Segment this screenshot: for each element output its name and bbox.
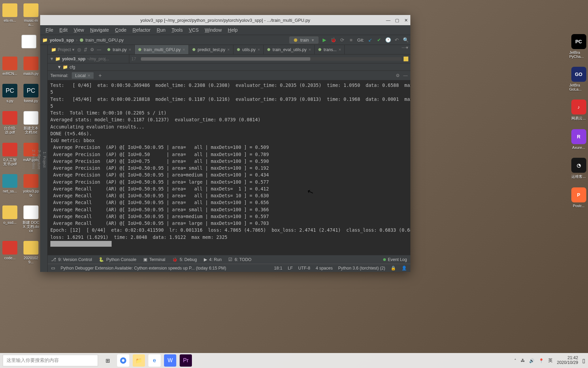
project-child[interactable]: cfg: [69, 65, 75, 70]
interpreter[interactable]: Python 3.6 (torchtest) (2): [338, 266, 385, 271]
tool-version-control[interactable]: ⎇9: Version Control: [51, 257, 92, 262]
tree-expand-icon[interactable]: ▼: [50, 57, 54, 61]
run-icon[interactable]: ▶: [322, 37, 327, 43]
location-icon[interactable]: 📍: [539, 358, 544, 363]
menu-view[interactable]: View: [72, 27, 86, 33]
menu-edit[interactable]: Edit: [58, 27, 70, 33]
gutter-1-project[interactable]: 1: Project: [42, 47, 47, 272]
desktop-icon-pycharm[interactable]: PCs.py: [1, 84, 18, 103]
close-icon[interactable]: ×: [88, 73, 91, 78]
desktop-icon-doc[interactable]: [20, 35, 37, 48]
inspector-icon[interactable]: 👤: [402, 265, 407, 271]
project-label[interactable]: 📁 Project ▾: [51, 47, 75, 52]
volume-icon[interactable]: 🔊: [529, 358, 535, 363]
network-icon[interactable]: 🖧: [521, 358, 525, 363]
close-icon[interactable]: ×: [339, 47, 341, 52]
desktop-right-icon[interactable]: PCJetBra PyCha...: [569, 34, 588, 59]
menu-run[interactable]: Run: [155, 27, 168, 33]
premiere-icon[interactable]: Pr: [180, 354, 192, 367]
desktop-icon-erRCN[interactable]: erRCN...: [1, 57, 18, 76]
tree-expand-icon[interactable]: ▼: [57, 65, 61, 70]
menu-window[interactable]: Window: [203, 27, 224, 33]
minimize-icon[interactable]: —: [386, 18, 391, 22]
tab-utils-py[interactable]: ⬣utils.py×: [233, 45, 264, 54]
desktop-icon-ai-book[interactable]: 0人工智支书.pdf: [1, 143, 18, 166]
search-input[interactable]: 这里输入你要搜索的内容: [3, 355, 98, 366]
close-icon[interactable]: ×: [129, 47, 131, 52]
search-icon[interactable]: 🔍: [403, 37, 408, 43]
locate-icon[interactable]: ◎: [77, 47, 81, 52]
hide-icon[interactable]: —: [97, 47, 101, 52]
gutter-7-structure[interactable]: 7: Structure: [36, 47, 42, 272]
git-pull-icon[interactable]: ↙: [368, 37, 373, 43]
desktop-right-icon[interactable]: PPostr...: [571, 187, 586, 208]
add-terminal-icon[interactable]: +: [97, 73, 103, 79]
debug-icon[interactable]: 🐞: [331, 37, 336, 43]
run-config-dropdown[interactable]: ⬣ train ▾: [289, 36, 318, 44]
close-icon[interactable]: ×: [258, 47, 260, 52]
system-tray[interactable]: ˄ 🖧 🔊 📍 英 21:42 2020/10/29 ▯: [514, 356, 585, 365]
clock[interactable]: 21:42 2020/10/29: [557, 356, 578, 365]
warning-indicator[interactable]: [404, 57, 408, 61]
desktop-right-icon[interactable]: ♪网易云...: [571, 99, 586, 121]
titlebar[interactable]: yolov3_spp [~/my_project/python_pro/cnn/…: [40, 15, 410, 25]
tray-chevron-icon[interactable]: ˄: [514, 358, 517, 363]
menu-tools[interactable]: Tools: [169, 27, 185, 33]
desktop-icon-platform-intro[interactable]: 台介绍-达.pdf: [1, 111, 18, 134]
menu-refactor[interactable]: Refactor: [131, 27, 153, 33]
caret-position[interactable]: 18:1: [274, 266, 282, 271]
maximize-icon[interactable]: ▢: [395, 18, 399, 22]
tool-debug[interactable]: 🐞5: Debug: [172, 257, 197, 262]
tool-todo[interactable]: ☑6: TODO: [228, 257, 251, 262]
close-icon[interactable]: ✕: [404, 18, 408, 22]
coverage-icon[interactable]: ⟳: [340, 37, 345, 43]
action-center-icon[interactable]: ▯: [582, 357, 585, 364]
desktop-right-icon[interactable]: GOJetBra GoLa...: [569, 67, 588, 91]
desktop-icon-els-m[interactable]: els-m...: [1, 3, 18, 27]
tool-run[interactable]: ▶4: Run: [204, 257, 222, 262]
breadcrumb-root[interactable]: yolov3_spp: [50, 37, 74, 43]
desktop-icon-code[interactable]: code...: [1, 241, 18, 264]
tab-train_eval_utils-py[interactable]: ⬣train_eval_utils.py×: [264, 45, 315, 54]
menu-help[interactable]: Help: [226, 27, 240, 33]
git-commit-icon[interactable]: ✔: [376, 37, 382, 43]
ime-indicator[interactable]: 英: [548, 358, 553, 364]
indent[interactable]: 4 spaces: [316, 266, 333, 271]
terminal-output[interactable]: Test: [ 0/46] eta: 0:00:50.369486 model_…: [48, 80, 410, 255]
tab-predict_test-py[interactable]: ⬣predict_test.py×: [189, 45, 233, 54]
gear-icon[interactable]: ⚙: [90, 47, 94, 52]
file-explorer-icon[interactable]: 📁: [133, 354, 145, 367]
breadcrumb-file[interactable]: train_multi_GPU.py: [85, 37, 124, 43]
wps-icon[interactable]: W: [164, 354, 176, 367]
desktop-icon-net_ss[interactable]: net_ss...: [1, 174, 18, 197]
tool-event-log[interactable]: Event Log: [383, 257, 407, 262]
tabs-more-icon[interactable]: ⋯▾: [399, 45, 410, 54]
tab-trans-[interactable]: ⬣trans...×: [315, 45, 345, 54]
edge-icon[interactable]: e: [148, 354, 161, 367]
tab-train_multi_gpu-py[interactable]: ⬣train_multi_GPU.py×: [135, 45, 189, 54]
tool-python-console[interactable]: 🐍Python Console: [99, 257, 136, 262]
hide-icon[interactable]: —: [403, 73, 408, 78]
encoding[interactable]: UTF-8: [298, 266, 310, 271]
desktop-right-icon[interactable]: ◔运维客...: [571, 158, 586, 179]
close-icon[interactable]: ×: [309, 47, 311, 52]
stop-icon[interactable]: ■: [348, 37, 354, 43]
lock-icon[interactable]: 🔒: [391, 265, 396, 271]
gear-icon[interactable]: ⚙: [396, 73, 400, 78]
desktop-icon-music-ma[interactable]: music-ma...: [22, 3, 39, 27]
status-message[interactable]: Python Debugger Extension Available: Cyt…: [61, 266, 226, 271]
menu-navigate[interactable]: Navigate: [88, 27, 111, 33]
line-ending[interactable]: LF: [288, 266, 293, 271]
tab-train-py[interactable]: ⬣train.py×: [104, 45, 135, 54]
left-tool-gutter[interactable]: 1: Project7: Structure2: Favorites: [40, 45, 48, 272]
menu-code[interactable]: Code: [113, 27, 128, 33]
collapse-icon[interactable]: ⇵: [84, 47, 87, 52]
git-revert-icon[interactable]: ↶: [394, 37, 399, 43]
close-icon[interactable]: ×: [183, 47, 185, 52]
menu-vcs[interactable]: VCS: [187, 27, 201, 33]
close-icon[interactable]: ×: [227, 47, 230, 52]
gutter-2-favorites[interactable]: 2: Favorites: [31, 47, 36, 272]
desktop-right-icon[interactable]: RAxure...: [571, 129, 586, 150]
desktop-icon-ssd[interactable]: o_ssd...: [1, 205, 18, 233]
tool-terminal[interactable]: ▣Terminal: [143, 257, 165, 262]
